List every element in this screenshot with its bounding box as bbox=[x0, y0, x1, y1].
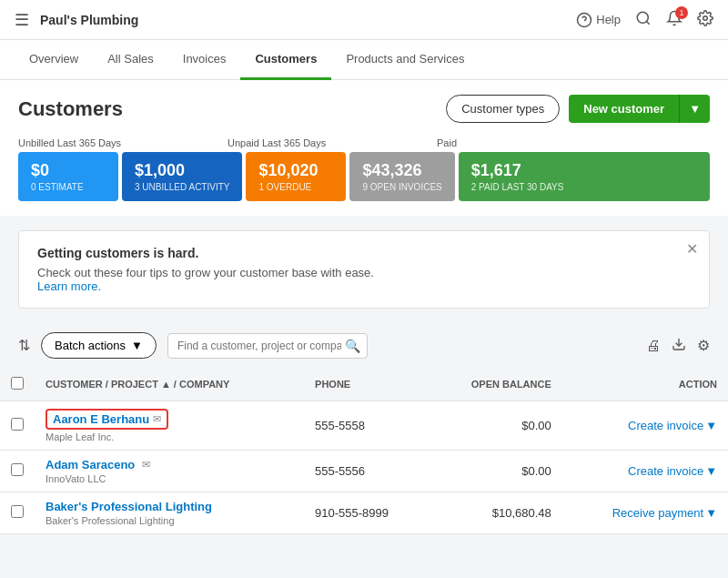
row1-checkbox[interactable] bbox=[11, 418, 24, 431]
nav-bar: Overview All Sales Invoices Customers Pr… bbox=[0, 40, 728, 80]
search-wrapper: 🔍 bbox=[167, 333, 368, 359]
notification-badge: 1 bbox=[675, 6, 688, 19]
list-toolbar-right: 🖨 ⚙ bbox=[646, 337, 710, 355]
nav-invoices[interactable]: Invoices bbox=[168, 40, 241, 80]
row1-highlight-box: Aaron E Berhanu ✉ bbox=[46, 409, 168, 430]
search-submit-icon[interactable]: 🔍 bbox=[345, 339, 360, 353]
nav-customers[interactable]: Customers bbox=[240, 40, 331, 80]
banner-link[interactable]: Learn more. bbox=[37, 279, 101, 293]
hamburger-icon[interactable]: ☰ bbox=[15, 10, 29, 30]
unbilled-label: Unbilled Last 365 Days bbox=[18, 137, 228, 148]
help-label: Help bbox=[596, 13, 621, 26]
row1-company: Maple Leaf Inc. bbox=[46, 431, 293, 442]
card-open-invoices-label: 9 OPEN INVOICES bbox=[362, 182, 441, 192]
row2-email-icon[interactable]: ✉ bbox=[142, 459, 150, 471]
paid-label: Paid bbox=[437, 137, 710, 148]
banner-close-button[interactable]: ✕ bbox=[686, 240, 698, 258]
banner-text-content: Check out these four tips to grow your c… bbox=[37, 266, 374, 279]
row2-company: InnoVato LLC bbox=[46, 473, 293, 484]
list-toolbar: ⇅ Batch actions ▼ 🔍 🖨 ⚙ bbox=[0, 323, 728, 368]
new-customer-wrapper: New customer ▼ bbox=[569, 95, 710, 123]
row3-customer-name[interactable]: Baker's Professional Lighting bbox=[46, 500, 212, 513]
column-settings-icon[interactable]: ⚙ bbox=[697, 337, 710, 354]
row3-checkbox[interactable] bbox=[11, 505, 24, 518]
top-bar: ☰ Paul's Plumbing Help 1 bbox=[0, 0, 728, 40]
row2-phone: 555-5556 bbox=[304, 451, 429, 492]
unpaid-label: Unpaid Last 365 Days bbox=[228, 137, 437, 148]
row3-phone: 910-555-8999 bbox=[304, 492, 429, 534]
select-all-header bbox=[0, 368, 35, 401]
row2-action-wrapper: Create invoice ▼ bbox=[573, 464, 717, 478]
search-input[interactable] bbox=[167, 333, 368, 359]
row1-customer-name[interactable]: Aaron E Berhanu bbox=[53, 412, 149, 426]
page-header: Customers Customer types New customer ▼ bbox=[0, 80, 728, 137]
row3-checkbox-cell bbox=[0, 492, 35, 534]
customer-table: CUSTOMER / PROJECT ▲ / COMPANY PHONE OPE… bbox=[0, 368, 728, 534]
col-action[interactable]: ACTION bbox=[562, 368, 728, 401]
select-all-checkbox[interactable] bbox=[11, 377, 24, 390]
row3-action-button[interactable]: Receive payment bbox=[612, 506, 703, 520]
table-row: Aaron E Berhanu ✉ Maple Leaf Inc. 555-55… bbox=[0, 401, 728, 451]
row1-action-button[interactable]: Create invoice bbox=[628, 419, 703, 432]
card-estimate[interactable]: $0 0 ESTIMATE bbox=[18, 152, 118, 201]
row1-action-wrapper: Create invoice ▼ bbox=[573, 419, 717, 432]
card-overdue-amount: $10,020 bbox=[258, 161, 333, 180]
new-customer-button[interactable]: New customer bbox=[569, 95, 679, 123]
card-unbilled[interactable]: $1,000 3 UNBILLED ACTIVITY bbox=[122, 152, 242, 201]
row3-action-dropdown[interactable]: ▼ bbox=[705, 506, 717, 520]
row2-checkbox[interactable] bbox=[11, 463, 24, 476]
row2-action-dropdown[interactable]: ▼ bbox=[705, 464, 717, 478]
card-paid[interactable]: $1,617 2 PAID LAST 30 DAYS bbox=[459, 152, 710, 201]
top-bar-left: ☰ Paul's Plumbing bbox=[15, 10, 138, 30]
new-customer-dropdown-button[interactable]: ▼ bbox=[679, 95, 710, 123]
row1-balance: $0.00 bbox=[429, 401, 561, 451]
row3-action-cell: Receive payment ▼ bbox=[562, 492, 728, 534]
row2-balance: $0.00 bbox=[429, 451, 561, 492]
row3-company: Baker's Professional Lighting bbox=[46, 515, 293, 526]
page-title: Customers bbox=[18, 97, 123, 121]
row3-name-row: Baker's Professional Lighting bbox=[46, 500, 293, 513]
banner-text: Check out these four tips to grow your c… bbox=[37, 266, 694, 293]
col-customer[interactable]: CUSTOMER / PROJECT ▲ / COMPANY bbox=[35, 368, 304, 401]
row2-action-button[interactable]: Create invoice bbox=[628, 464, 703, 478]
row2-name-row: Adam Saraceno ✉ bbox=[46, 458, 293, 472]
card-open-invoices[interactable]: $43,326 9 OPEN INVOICES bbox=[349, 152, 454, 201]
table-header-row: CUSTOMER / PROJECT ▲ / COMPANY PHONE OPE… bbox=[0, 368, 728, 401]
nav-products-services[interactable]: Products and Services bbox=[331, 40, 479, 80]
notifications-icon[interactable]: 1 bbox=[666, 10, 682, 29]
app-name: Paul's Plumbing bbox=[40, 13, 138, 27]
cards-row: $0 0 ESTIMATE $1,000 3 UNBILLED ACTIVITY… bbox=[18, 152, 710, 201]
row1-customer-cell: Aaron E Berhanu ✉ Maple Leaf Inc. bbox=[35, 401, 304, 451]
card-estimate-amount: $0 bbox=[31, 161, 106, 180]
col-balance[interactable]: OPEN BALANCE bbox=[429, 368, 561, 401]
customer-types-button[interactable]: Customer types bbox=[446, 95, 560, 123]
svg-line-3 bbox=[646, 21, 649, 24]
row2-checkbox-cell bbox=[0, 451, 35, 492]
batch-actions-button[interactable]: Batch actions ▼ bbox=[41, 332, 157, 359]
help-icon[interactable]: Help bbox=[576, 12, 621, 28]
batch-actions-chevron: ▼ bbox=[131, 339, 143, 352]
row3-action-wrapper: Receive payment ▼ bbox=[573, 506, 717, 520]
print-icon[interactable]: 🖨 bbox=[646, 338, 661, 354]
svg-point-2 bbox=[637, 12, 648, 23]
sort-icon[interactable]: ⇅ bbox=[18, 337, 30, 354]
card-paid-amount: $1,617 bbox=[471, 161, 697, 180]
nav-overview[interactable]: Overview bbox=[15, 40, 93, 80]
row1-action-dropdown[interactable]: ▼ bbox=[705, 419, 717, 432]
row1-email-icon[interactable]: ✉ bbox=[153, 413, 161, 425]
info-banner: Getting customers is hard. Check out the… bbox=[18, 230, 710, 309]
card-overdue[interactable]: $10,020 1 OVERDUE bbox=[246, 152, 346, 201]
row3-balance: $10,680.48 bbox=[429, 492, 561, 534]
header-actions: Customer types New customer ▼ bbox=[446, 95, 710, 123]
export-icon[interactable] bbox=[672, 337, 686, 355]
settings-icon[interactable] bbox=[697, 10, 713, 29]
card-estimate-label: 0 ESTIMATE bbox=[31, 182, 106, 192]
batch-actions-label: Batch actions bbox=[55, 339, 126, 352]
top-bar-right: Help 1 bbox=[576, 10, 713, 29]
row2-customer-name[interactable]: Adam Saraceno bbox=[46, 458, 135, 472]
col-phone[interactable]: PHONE bbox=[304, 368, 429, 401]
nav-all-sales[interactable]: All Sales bbox=[93, 40, 168, 80]
row3-customer-cell: Baker's Professional Lighting Baker's Pr… bbox=[35, 492, 304, 534]
search-icon[interactable] bbox=[635, 10, 652, 29]
banner-title: Getting customers is hard. bbox=[37, 246, 694, 260]
